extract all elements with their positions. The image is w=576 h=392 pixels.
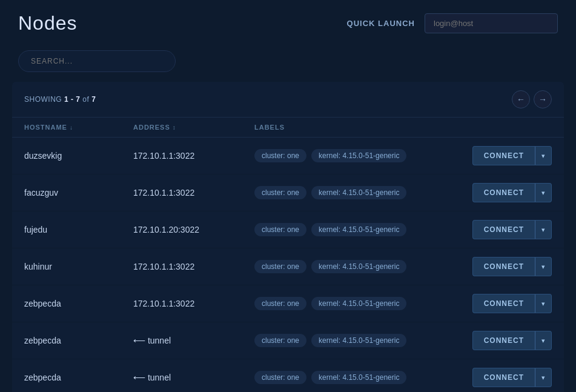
address-cell: 172.10.1.20:3022 <box>133 225 254 234</box>
label-badge: cluster: one <box>254 297 306 310</box>
connect-dropdown-button[interactable]: ▾ <box>535 220 552 239</box>
label-badge: kernel: 4.15.0-51-generic <box>311 186 406 199</box>
hostname-cell: fujedu <box>24 225 133 234</box>
column-headers: HOSTNAME ↓ ADDRESS ↕ LABELS <box>12 118 564 138</box>
connect-cell: CONNECT▾ <box>455 220 552 239</box>
quick-launch-label: QUICK LAUNCH <box>347 19 415 28</box>
connect-button[interactable]: CONNECT <box>472 220 535 239</box>
nodes-table-container: SHOWING 1 - 7 of 7 ← → HOSTNAME ↓ ADDRES… <box>12 82 564 392</box>
label-badge: cluster: one <box>254 334 306 347</box>
labels-cell: cluster: onekernel: 4.15.0-51-generic <box>254 260 455 273</box>
label-badge: kernel: 4.15.0-51-generic <box>311 297 406 310</box>
label-badge: kernel: 4.15.0-51-generic <box>311 334 406 347</box>
connect-cell: CONNECT▾ <box>455 146 552 165</box>
showing-total: 7 <box>91 95 96 104</box>
connect-dropdown-button[interactable]: ▾ <box>535 294 552 313</box>
hostname-cell: duzsevkig <box>24 151 133 161</box>
address-cell: 172.10.1.1:3022 <box>133 299 254 308</box>
hostname-cell: zebpecda <box>24 373 133 382</box>
label-badge: cluster: one <box>254 260 306 273</box>
connect-btn-group: CONNECT▾ <box>472 331 552 350</box>
connect-cell: CONNECT▾ <box>455 257 552 276</box>
connect-button[interactable]: CONNECT <box>472 257 535 276</box>
pagination-buttons: ← → <box>512 90 552 108</box>
connect-btn-group: CONNECT▾ <box>472 146 552 165</box>
label-badge: cluster: one <box>254 223 306 236</box>
label-badge: cluster: one <box>254 186 306 199</box>
showing-of: of <box>81 95 92 104</box>
connect-button[interactable]: CONNECT <box>472 368 535 387</box>
address-cell: 172.10.1.1:3022 <box>133 188 254 198</box>
connect-btn-group: CONNECT▾ <box>472 257 552 276</box>
search-bar-container <box>0 41 576 82</box>
labels-cell: cluster: onekernel: 4.15.0-51-generic <box>254 186 455 199</box>
header: Nodes QUICK LAUNCH <box>0 0 576 41</box>
connect-button[interactable]: CONNECT <box>472 294 535 313</box>
table-row: fujedu172.10.1.20:3022cluster: onekernel… <box>12 211 564 248</box>
col-header-action <box>455 124 552 131</box>
next-page-button[interactable]: → <box>534 90 552 108</box>
connect-dropdown-button[interactable]: ▾ <box>535 146 552 165</box>
hostname-cell: zebpecda <box>24 336 133 345</box>
col-labels-label: LABELS <box>254 124 285 131</box>
label-badge: kernel: 4.15.0-51-generic <box>311 371 406 384</box>
hostname-cell: facuzguv <box>24 188 133 198</box>
col-header-labels: LABELS <box>254 124 455 131</box>
connect-btn-group: CONNECT▾ <box>472 294 552 313</box>
table-row: kuhinur172.10.1.1:3022cluster: onekernel… <box>12 248 564 285</box>
table-row: duzsevkig172.10.1.1:3022cluster: onekern… <box>12 138 564 174</box>
address-cell: ⟵ tunnel <box>133 336 254 345</box>
address-cell: 172.10.1.1:3022 <box>133 151 254 161</box>
table-body: duzsevkig172.10.1.1:3022cluster: onekern… <box>12 138 564 392</box>
search-input[interactable] <box>18 50 176 72</box>
connect-button[interactable]: CONNECT <box>472 331 535 350</box>
showing-range: 1 - 7 <box>64 95 81 104</box>
address-sort-icon: ↕ <box>173 124 176 131</box>
page-title: Nodes <box>18 12 78 35</box>
col-hostname-label: HOSTNAME <box>24 124 67 131</box>
labels-cell: cluster: onekernel: 4.15.0-51-generic <box>254 223 455 236</box>
label-badge: kernel: 4.15.0-51-generic <box>311 223 406 236</box>
address-cell: 172.10.1.1:3022 <box>133 262 254 271</box>
labels-cell: cluster: onekernel: 4.15.0-51-generic <box>254 149 455 162</box>
table-row: zebpecda172.10.1.1:3022cluster: onekerne… <box>12 285 564 322</box>
showing-prefix: SHOWING <box>24 95 64 104</box>
connect-cell: CONNECT▾ <box>455 294 552 313</box>
col-address-label: ADDRESS <box>133 124 170 131</box>
prev-page-button[interactable]: ← <box>512 90 530 108</box>
connect-dropdown-button[interactable]: ▾ <box>535 183 552 202</box>
connect-cell: CONNECT▾ <box>455 331 552 350</box>
connect-btn-group: CONNECT▾ <box>472 183 552 202</box>
connect-dropdown-button[interactable]: ▾ <box>535 368 552 387</box>
table-header-bar: SHOWING 1 - 7 of 7 ← → <box>12 82 564 118</box>
hostname-cell: kuhinur <box>24 262 133 271</box>
hostname-cell: zebpecda <box>24 299 133 308</box>
connect-dropdown-button[interactable]: ▾ <box>535 257 552 276</box>
showing-text: SHOWING 1 - 7 of 7 <box>24 95 96 104</box>
connect-button[interactable]: CONNECT <box>472 183 535 202</box>
table-row: zebpecda⟵ tunnelcluster: onekernel: 4.15… <box>12 322 564 359</box>
address-cell: ⟵ tunnel <box>133 373 254 382</box>
hostname-sort-icon: ↓ <box>70 124 73 131</box>
labels-cell: cluster: onekernel: 4.15.0-51-generic <box>254 371 455 384</box>
col-header-address[interactable]: ADDRESS ↕ <box>133 124 254 131</box>
connect-cell: CONNECT▾ <box>455 368 552 387</box>
connect-button[interactable]: CONNECT <box>472 146 535 165</box>
labels-cell: cluster: onekernel: 4.15.0-51-generic <box>254 334 455 347</box>
header-right: QUICK LAUNCH <box>347 13 558 33</box>
connect-btn-group: CONNECT▾ <box>472 368 552 387</box>
label-badge: kernel: 4.15.0-51-generic <box>311 149 406 162</box>
login-input[interactable] <box>425 13 558 33</box>
label-badge: cluster: one <box>254 149 306 162</box>
connect-cell: CONNECT▾ <box>455 183 552 202</box>
connect-btn-group: CONNECT▾ <box>472 220 552 239</box>
labels-cell: cluster: onekernel: 4.15.0-51-generic <box>254 297 455 310</box>
label-badge: cluster: one <box>254 371 306 384</box>
table-row: zebpecda⟵ tunnelcluster: onekernel: 4.15… <box>12 359 564 392</box>
label-badge: kernel: 4.15.0-51-generic <box>311 260 406 273</box>
connect-dropdown-button[interactable]: ▾ <box>535 331 552 350</box>
col-header-hostname[interactable]: HOSTNAME ↓ <box>24 124 133 131</box>
table-row: facuzguv172.10.1.1:3022cluster: onekerne… <box>12 174 564 211</box>
